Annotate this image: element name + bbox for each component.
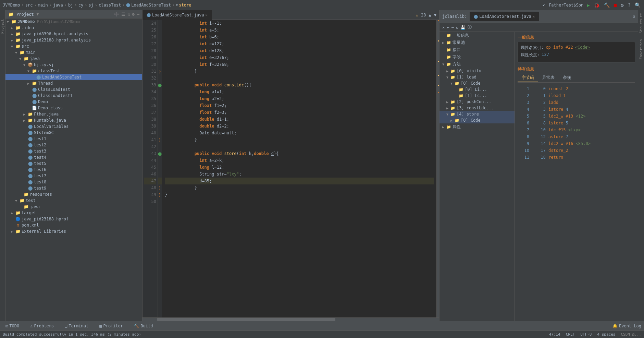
jcl-item-general[interactable]: 📁 一般信息 — [439, 32, 515, 39]
breadcrumb-src[interactable]: src — [25, 3, 33, 8]
tree-item-main[interactable]: ▼ 📁 main — [5, 49, 142, 56]
breadcrumb-java[interactable]: java — [53, 3, 63, 8]
run-icon[interactable]: ▶ — [586, 2, 590, 9]
tree-item-src[interactable]: ▼ 📁 src — [5, 43, 142, 49]
settings-icon[interactable]: ⚙ — [620, 2, 624, 9]
favorites-tab[interactable]: Favorites — [638, 36, 644, 62]
bottom-tab-problems[interactable]: ⚠ Problems — [27, 323, 57, 329]
tree-item-external-libraries[interactable]: ▶ 📁 External Libraries — [5, 228, 142, 234]
jcl-item-constldc[interactable]: ▶ 📁 [3] constLdc... — [439, 105, 515, 111]
jclasslib-back-icon[interactable]: ← — [447, 25, 449, 30]
tree-item-test5[interactable]: ⬤test5 — [5, 160, 142, 167]
jclasslib-info-icon[interactable]: ⓘ — [468, 24, 472, 30]
sort-icon[interactable]: ⇅ — [127, 12, 130, 17]
bytecode-tab-bytecode[interactable]: 字节码 — [518, 74, 538, 82]
tree-item-target[interactable]: ▶ 📁 target — [5, 210, 142, 216]
horizontal-scrollbar[interactable] — [143, 317, 439, 321]
tree-item-test7[interactable]: ⬤test7 — [5, 173, 142, 179]
tree-item-test4[interactable]: ⬤test4 — [5, 154, 142, 160]
tree-item-bjcysj[interactable]: ▼ 📦 bj.cy.sj — [5, 62, 142, 68]
jcl-item-load-code-li[interactable]: 📁 [0] Li... — [439, 86, 515, 93]
jclasslib-header-settings[interactable]: ⚙ — [633, 14, 635, 19]
tree-item-thread[interactable]: ▶ 📁 Thread — [5, 80, 142, 86]
jclasslib-forward-icon[interactable]: → — [451, 25, 454, 30]
project-tab[interactable]: Project — [0, 17, 5, 36]
jcl-item-methods[interactable]: ▼ 📁 方法 — [439, 61, 515, 68]
tree-item-test9[interactable]: ⬤test9 — [5, 185, 142, 191]
breadcrumb-sj[interactable]: sj — [88, 3, 93, 8]
tree-item-test6[interactable]: ⬤test6 — [5, 167, 142, 173]
tree-item-huntable[interactable]: ▶ 📁 Huntable.java — [5, 117, 142, 123]
stop-icon[interactable]: ■ — [613, 2, 617, 9]
event-log[interactable]: 🔔 Event Log — [612, 324, 641, 328]
tree-item-java-pid23188-hprof[interactable]: 🔵 java_pid23188.hprof — [5, 216, 142, 222]
tree-item-java-pid8396[interactable]: ▶ 📁 java_pid8396.hprof.analysis — [5, 31, 142, 37]
breadcrumb-loadandstoretest[interactable]: ⬤ LoadAndStoreTest — [126, 3, 171, 8]
jclasslib-close-icon[interactable]: ✕ — [442, 25, 445, 30]
tree-item-test8[interactable]: ⬤test8 — [5, 179, 142, 185]
breadcrumb-main[interactable]: main — [38, 3, 48, 8]
structure-tab[interactable]: Structure — [638, 10, 644, 36]
bottom-tab-build[interactable]: 🔨 Build — [131, 323, 156, 329]
tree-item-demo-class[interactable]: 📄 Demo.class — [5, 105, 142, 111]
tree-item-localvariables[interactable]: ⬤ LocalVariables — [5, 123, 142, 130]
back-icon[interactable]: ↶ — [542, 2, 546, 9]
tree-item-test-java[interactable]: 📁 java — [5, 204, 142, 210]
bottom-tab-todo[interactable]: ☑ TODO — [3, 323, 22, 329]
tree-item-classloadtest1[interactable]: ⬤ ClassLoadtest1 — [5, 93, 142, 99]
list-icon[interactable]: ☰ — [121, 12, 125, 17]
bottom-tab-terminal[interactable]: □ Terminal — [62, 323, 91, 329]
editor-tab-close[interactable]: ✕ — [206, 13, 208, 17]
bytecode-tab-misc[interactable]: 杂项 — [559, 74, 575, 82]
jcl-item-fields[interactable]: 📁 字段 — [439, 53, 515, 61]
breadcrumb-jvmdemo[interactable]: JVMDemo — [3, 3, 20, 8]
tree-item-java-pid23188-analysis[interactable]: ▶ 📁 java_pid23188.hprof.analysis — [5, 37, 142, 43]
tree-item-test3[interactable]: ⬤test3 — [5, 148, 142, 154]
jcl-item-constant-pool[interactable]: ▶ 📁 常量池 — [439, 39, 515, 46]
gear-icon[interactable]: ⚙ — [132, 12, 135, 17]
help-icon[interactable]: ? — [627, 2, 631, 9]
breadcrumb-store[interactable]: m store — [176, 3, 191, 8]
tree-item-classtest[interactable]: ▼ 📁 classTest — [5, 68, 142, 74]
jclasslib-save-icon[interactable]: 💾 — [460, 25, 466, 30]
debug-icon[interactable]: 🐞 — [593, 2, 600, 9]
tree-item-pom-xml[interactable]: m pom.xml — [5, 222, 142, 228]
bottom-tab-profiler[interactable]: ▩ Profiler — [97, 323, 126, 329]
tree-item-root[interactable]: ▼ 📁 JVMDemo F:\D\jianda\JVMDemo — [5, 19, 142, 25]
jcl-item-load[interactable]: ▼ 📁 [1] load — [439, 74, 515, 80]
breadcrumb-classtest[interactable]: classTest — [99, 3, 121, 8]
tree-item-loadandstoretest[interactable]: ⬤ LoadAndStoreTest — [5, 74, 142, 80]
tree-item-test1[interactable]: ⬤test1 — [5, 136, 142, 142]
minimize-icon[interactable]: — — [137, 12, 139, 17]
breadcrumb-bj[interactable]: bj — [68, 3, 73, 8]
scroll-indicator[interactable] — [436, 20, 439, 317]
add-icon[interactable]: ➕ — [114, 12, 119, 17]
jcl-item-init[interactable]: ▶ 📁 [0] <init> — [439, 68, 515, 74]
tree-item-idea[interactable]: ▶ 📁 .idea — [5, 25, 142, 31]
jcl-item-interface[interactable]: 📁 接口 — [439, 46, 515, 53]
tree-item-test[interactable]: ▼ 📁 test — [5, 197, 142, 204]
tree-item-classloadtest[interactable]: ⬤ ClassLoadTest — [5, 86, 142, 93]
jclasslib-tab-close[interactable]: ✕ — [533, 15, 535, 19]
jcl-item-pushcon[interactable]: ▶ 📁 [2] pushCon... — [439, 99, 515, 105]
tree-item-java[interactable]: ▼ 📁 java — [5, 56, 142, 62]
tree-item-demo[interactable]: ⬤ Demo — [5, 99, 142, 105]
bytecode-tab-exceptions[interactable]: 异常表 — [538, 74, 559, 82]
jcl-item-store[interactable]: ▼ 📁 [4] store — [439, 111, 515, 117]
project-dropdown-icon[interactable]: ▼ — [37, 12, 39, 16]
code-area[interactable]: int i=-1; int a=5; int b=6; int c=127; i… — [162, 20, 436, 317]
search-icon[interactable]: 🔍 — [634, 2, 641, 9]
jclasslib-refresh-icon[interactable]: ↻ — [456, 25, 458, 30]
jcl-item-attributes[interactable]: ▶ 📁 属性 — [439, 123, 515, 131]
jcl-item-load-code[interactable]: ▼ 📁 [0] Code — [439, 80, 515, 86]
editor-tab-loadandstoretest[interactable]: ⬤ LoadAndStoreTest.java ✕ — [143, 10, 212, 20]
warning-nav-down[interactable]: ▼ — [434, 13, 436, 17]
build-icon[interactable]: 🔨 — [603, 2, 610, 9]
tree-item-sstemgc[interactable]: ⬤ StstemGC — [5, 130, 142, 136]
tree-item-resources[interactable]: 📁 resources — [5, 191, 142, 197]
jcl-item-load-code-lc[interactable]: 📁 [1] Lc... — [439, 93, 515, 99]
tree-item-test2[interactable]: ⬤test2 — [5, 142, 142, 148]
jclasslib-tab-main[interactable]: ⬤ LoadAndStoreTest.java ✕ — [470, 12, 539, 21]
jcl-item-store-code[interactable]: ▶ 📁 [0] Code — [439, 117, 515, 123]
warning-nav-up[interactable]: ▲ — [429, 13, 431, 17]
